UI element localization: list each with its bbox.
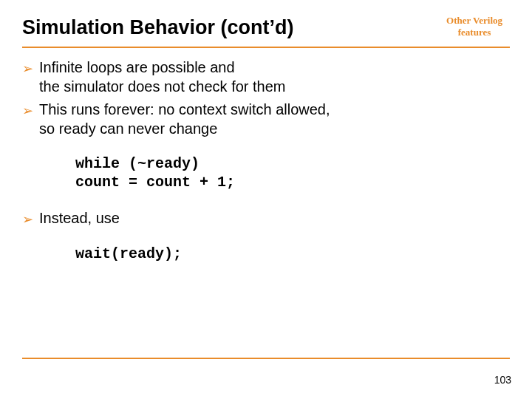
- section-tag: Other Verilog features: [446, 15, 502, 38]
- bullet-arrow-icon: ➢: [22, 103, 33, 120]
- section-tag-line2: features: [458, 27, 491, 38]
- bullet-item: ➢ Instead, use: [22, 209, 510, 228]
- bullet-line: Infinite loops are possible and: [39, 59, 235, 75]
- bullet-text: This runs forever: no context switch all…: [39, 100, 510, 138]
- divider-bottom: [22, 358, 510, 359]
- bullet-item: ➢ Infinite loops are possible and the si…: [22, 58, 510, 96]
- header-row: Simulation Behavior (cont’d) Other Veril…: [22, 13, 510, 39]
- bullet-line: the simulator does not check for them: [39, 78, 286, 95]
- slide: Simulation Behavior (cont’d) Other Veril…: [0, 0, 532, 399]
- bullet-item: ➢ This runs forever: no context switch a…: [22, 100, 510, 138]
- divider-top: [22, 47, 510, 48]
- slide-body: ➢ Infinite loops are possible and the si…: [22, 58, 510, 263]
- bullet-arrow-icon: ➢: [22, 61, 33, 78]
- bullet-arrow-icon: ➢: [22, 211, 33, 228]
- slide-title: Simulation Behavior (cont’d): [22, 16, 294, 39]
- bullet-line: This runs forever: no context switch all…: [39, 101, 330, 117]
- code-block: wait(ready);: [75, 245, 510, 263]
- section-tag-line1: Other Verilog: [446, 15, 502, 26]
- bullet-line: so ready can never change: [39, 120, 217, 137]
- bullet-text: Instead, use: [39, 209, 510, 228]
- page-number: 103: [494, 374, 511, 386]
- bullet-text: Infinite loops are possible and the simu…: [39, 58, 510, 96]
- code-block: while (~ready) count = count + 1;: [75, 154, 510, 191]
